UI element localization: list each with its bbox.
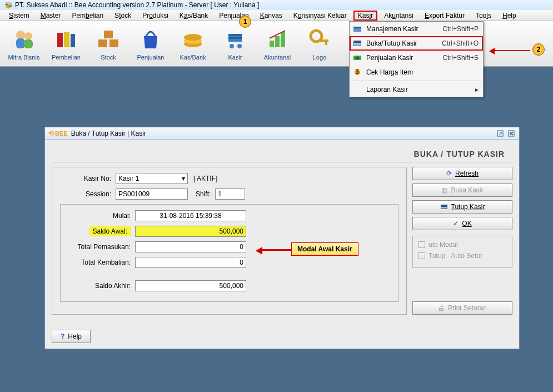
menu-pembelian[interactable]: Pembelian xyxy=(67,11,108,21)
print-icon: 🖨 xyxy=(438,304,445,312)
auto-setor-checkbox[interactable]: Tutup - Auto Setor xyxy=(419,252,506,260)
menu-help[interactable]: Help xyxy=(498,11,521,21)
annotation-badge-1: 1 xyxy=(239,16,251,28)
print-setoran-button[interactable]: 🖨 Print Setoran xyxy=(412,301,512,315)
shift-label: Shift: xyxy=(196,190,211,198)
menu-kasbank[interactable]: Kas/Bank xyxy=(175,11,212,21)
svg-rect-23 xyxy=(325,42,327,45)
svg-rect-3 xyxy=(24,39,33,48)
help-icon: ? xyxy=(61,333,64,340)
people-icon xyxy=(12,27,36,52)
svg-point-14 xyxy=(230,44,234,48)
menu-stock[interactable]: Stock xyxy=(110,11,136,21)
help-button[interactable]: ? Help xyxy=(52,330,91,343)
menu-tools[interactable]: Tools xyxy=(471,11,496,21)
tutup-kasir-button[interactable]: Tutup Kasir xyxy=(412,200,512,214)
cart-icon xyxy=(223,27,247,52)
toolbar-label: Penjualan xyxy=(137,54,165,61)
form-panel: Kasir No: Kasir 1 ▾ [ AKTIF] Session: Sh… xyxy=(52,167,407,315)
app-title: PT. Sukses Abadi :: Bee Accounting versi… xyxy=(15,1,259,9)
total-pemasukan-input[interactable] xyxy=(135,241,246,252)
svg-rect-9 xyxy=(109,39,118,47)
status-text: [ AKTIF] xyxy=(193,175,217,182)
toolbar-pembelian[interactable]: Pembelian xyxy=(46,24,87,64)
register-icon xyxy=(352,24,363,34)
menu-kanvas[interactable]: Kanvas xyxy=(256,11,287,21)
toolbar-kasbank[interactable]: Kas/Bank xyxy=(172,24,213,64)
toolbar-kasir[interactable]: Kasir xyxy=(215,24,256,64)
toolbar-label: Kasir xyxy=(228,54,242,61)
price-icon: $ xyxy=(352,67,363,77)
svg-rect-16 xyxy=(228,34,242,36)
menu-item-laporan-kasir[interactable]: Laporan Kasir ▸ xyxy=(350,82,483,97)
svg-rect-4 xyxy=(57,33,63,47)
app-title-bar: 🐝 PT. Sukses Abadi :: Bee Accounting ver… xyxy=(0,0,553,10)
svg-rect-8 xyxy=(98,39,107,47)
menu-item-manajemen-kasir[interactable]: Manajemen Kasir Ctrl+Shift+P xyxy=(350,22,483,36)
toolbar-penjualan[interactable]: Penjualan xyxy=(130,24,171,64)
money-icon xyxy=(352,53,363,63)
refresh-button[interactable]: ⟳ Refresh xyxy=(412,167,512,180)
check-icon: ✓ xyxy=(453,220,459,227)
svg-rect-19 xyxy=(275,36,280,47)
menu-export[interactable]: Export Faktur xyxy=(420,11,469,21)
menu-akuntansi[interactable]: Akuntansi xyxy=(380,11,418,21)
menu-item-cek-harga[interactable]: $ Cek Harga Item xyxy=(350,65,483,80)
refresh-icon: ⟳ xyxy=(446,170,452,177)
annotation-badge-2: 2 xyxy=(532,43,545,56)
annotation-callout-modal-awal: Modal Awal Kasir xyxy=(291,242,358,256)
menu-master[interactable]: Master xyxy=(36,11,66,21)
toolbar-label: Logo xyxy=(313,54,326,61)
close-icon[interactable] xyxy=(507,129,516,138)
toolbar-stock[interactable]: Stock xyxy=(88,24,129,64)
boxes-icon xyxy=(96,27,121,52)
toolbar-label: Stock xyxy=(101,54,116,61)
chart-icon xyxy=(265,27,290,52)
svg-point-12 xyxy=(184,34,202,41)
toolbar-mitra-bisnis[interactable]: Mitra Bisnis xyxy=(3,24,44,64)
annotation-arrow-saldo xyxy=(258,249,292,251)
chevron-down-icon: ▾ xyxy=(182,175,185,182)
menu-item-buka-tutup-kasir[interactable]: Buka/Tutup Kasir Ctrl+Shift+O xyxy=(350,36,483,51)
svg-point-15 xyxy=(237,44,242,48)
buka-kasir-button[interactable]: ▥ Buka Kasir xyxy=(412,183,512,197)
menu-separator xyxy=(352,81,481,81)
menu-konsinyasi[interactable]: Konsinyasi Keluar xyxy=(289,11,351,21)
submenu-arrow-icon: ▸ xyxy=(475,86,479,93)
menu-produksi[interactable]: Produksi xyxy=(138,11,173,21)
toolbar-label: Pembelian xyxy=(52,54,81,61)
coins-icon xyxy=(181,27,205,52)
menu-sistem[interactable]: Sistem xyxy=(4,11,34,21)
saldo-awal-input[interactable] xyxy=(135,226,246,237)
shift-input[interactable] xyxy=(215,188,245,200)
mulai-label: Mulai: xyxy=(68,212,135,220)
kasir-no-label: Kasir No: xyxy=(60,175,116,182)
mulai-input[interactable] xyxy=(135,210,246,221)
svg-rect-6 xyxy=(71,34,75,47)
svg-point-0 xyxy=(16,31,25,39)
saldo-akhir-input[interactable] xyxy=(135,280,246,291)
session-input[interactable] xyxy=(116,188,188,200)
maximize-icon[interactable] xyxy=(496,129,505,138)
bee-icon: 🐝 xyxy=(4,1,13,9)
checkbox-icon xyxy=(419,252,425,259)
drawer-icon xyxy=(352,38,363,48)
kasir-no-combo[interactable]: Kasir 1 ▾ xyxy=(116,173,188,184)
svg-rect-17 xyxy=(228,37,242,39)
svg-point-29 xyxy=(356,57,359,59)
svg-point-2 xyxy=(24,32,32,40)
menu-item-penjualan-kasir[interactable]: Penjualan Kasir Ctrl+Shift+S xyxy=(350,51,483,65)
ok-button[interactable]: ✓ OK xyxy=(412,217,512,230)
toolbar-akuntansi[interactable]: Akuntansi xyxy=(257,24,298,64)
drawer-close-icon xyxy=(440,204,448,210)
total-kembalian-label: Total Kembalian: xyxy=(68,259,135,266)
svg-text:$: $ xyxy=(356,68,360,76)
toolbar-label: Akuntansi xyxy=(264,54,291,61)
auto-modal-checkbox[interactable]: uto Modal xyxy=(419,241,506,249)
toolbar-logo[interactable]: Logo xyxy=(299,24,340,64)
menu-kasir[interactable]: Kasir xyxy=(353,11,377,21)
total-kembalian-input[interactable] xyxy=(135,257,246,268)
buka-tutup-kasir-window: ⟲ BEE Buka / Tutup Kasir | Kasir BUKA / … xyxy=(44,127,520,349)
menu-bar: Sistem Master Pembelian Stock Produksi K… xyxy=(0,10,553,21)
books-icon xyxy=(54,27,78,52)
